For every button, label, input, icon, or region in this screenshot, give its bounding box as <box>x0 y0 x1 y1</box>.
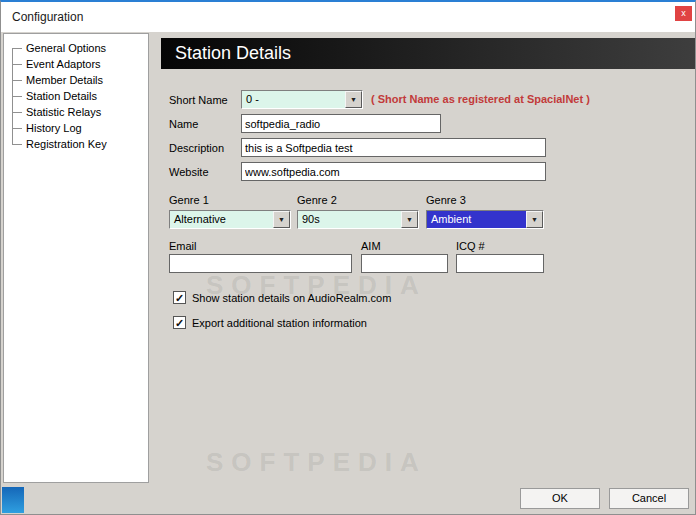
sidebar-item-history-log[interactable]: History Log <box>4 120 148 136</box>
chevron-down-icon[interactable]: ▼ <box>273 211 290 228</box>
short-name-value: 0 - <box>242 91 345 108</box>
show-station-details-label: Show station details on AudioRealm.com <box>192 292 391 304</box>
name-label: Name <box>169 118 198 130</box>
title-bar: Configuration x <box>1 2 695 32</box>
sidebar: General Options Event Adaptors Member De… <box>3 33 149 483</box>
short-name-label: Short Name <box>169 94 228 106</box>
close-button[interactable]: x <box>675 6 692 21</box>
sidebar-item-event-adaptors[interactable]: Event Adaptors <box>4 56 148 72</box>
sidebar-item-statistic-relays[interactable]: Statistic Relays <box>4 104 148 120</box>
sidebar-item-registration-key[interactable]: Registration Key <box>4 136 148 152</box>
chevron-down-icon[interactable]: ▼ <box>401 211 418 228</box>
sidebar-item-station-details[interactable]: Station Details <box>4 88 148 104</box>
sidebar-item-general-options[interactable]: General Options <box>4 40 148 56</box>
watermark: SOFTPEDIA <box>206 447 427 478</box>
close-icon: x <box>681 8 686 18</box>
email-label: Email <box>169 240 197 252</box>
show-station-details-checkbox[interactable]: ✓ Show station details on AudioRealm.com <box>173 291 391 304</box>
sidebar-tree: General Options Event Adaptors Member De… <box>4 40 148 152</box>
window-title: Configuration <box>12 10 83 24</box>
genre3-label: Genre 3 <box>426 194 466 206</box>
genre1-value: Alternative <box>170 211 273 228</box>
checkbox-check-icon: ✓ <box>173 291 186 304</box>
cancel-button[interactable]: Cancel <box>609 488 689 509</box>
short-name-note: ( Short Name as registered at SpacialNet… <box>371 93 590 105</box>
genre2-dropdown[interactable]: 90s ▼ <box>297 210 419 229</box>
website-field[interactable] <box>241 162 546 181</box>
main-panel: Station Details SOFTPEDIA SOFTPEDIA Shor… <box>149 33 696 515</box>
description-field[interactable] <box>241 138 546 157</box>
genre1-label: Genre 1 <box>169 194 209 206</box>
genre3-value: Ambient <box>427 211 526 228</box>
checkbox-check-icon: ✓ <box>173 316 186 329</box>
export-additional-info-label: Export additional station information <box>192 317 367 329</box>
description-label: Description <box>169 142 224 154</box>
icq-field[interactable] <box>456 254 544 273</box>
sidebar-item-member-details[interactable]: Member Details <box>4 72 148 88</box>
page-title: Station Details <box>161 38 696 69</box>
website-label: Website <box>169 166 209 178</box>
genre3-dropdown[interactable]: Ambient ▼ <box>426 210 544 229</box>
export-additional-info-checkbox[interactable]: ✓ Export additional station information <box>173 316 367 329</box>
genre1-dropdown[interactable]: Alternative ▼ <box>169 210 291 229</box>
email-field[interactable] <box>169 254 352 273</box>
ok-button[interactable]: OK <box>520 488 600 509</box>
genre2-label: Genre 2 <box>297 194 337 206</box>
configuration-window: Configuration x General Options Event Ad… <box>0 0 696 515</box>
aim-label: AIM <box>361 240 381 252</box>
icq-label: ICQ # <box>456 240 485 252</box>
name-field[interactable] <box>241 114 441 133</box>
genre2-value: 90s <box>298 211 401 228</box>
chevron-down-icon[interactable]: ▼ <box>345 91 362 108</box>
short-name-dropdown[interactable]: 0 - ▼ <box>241 90 363 109</box>
corner-accent <box>2 487 24 513</box>
aim-field[interactable] <box>361 254 448 273</box>
chevron-down-icon[interactable]: ▼ <box>526 211 543 228</box>
